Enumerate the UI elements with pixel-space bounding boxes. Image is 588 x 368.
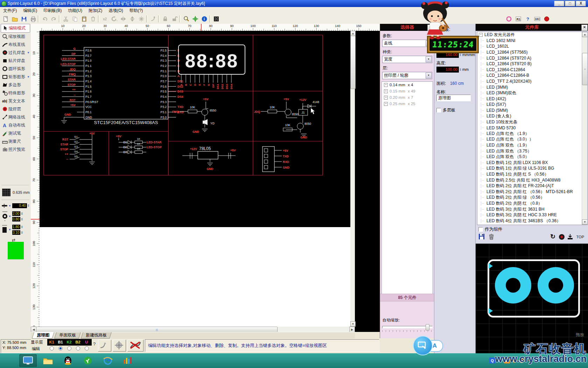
chevron-down-icon[interactable]: ▼	[426, 73, 432, 79]
layer-radio-B2[interactable]	[76, 346, 80, 350]
kind-combo[interactable]: 宽度▼	[382, 56, 432, 63]
canvas-outside-area[interactable]	[40, 227, 350, 327]
mirror-icon[interactable]	[558, 233, 565, 240]
sheet-tab-3[interactable]: 新建线路板	[81, 332, 112, 339]
rotate-button[interactable]	[110, 15, 118, 23]
library-item[interactable]: ┊┈LED 数码 2位 共阳 绿 （0.56）	[477, 195, 587, 201]
redo-button[interactable]	[50, 15, 58, 23]
tool-net[interactable]: 网络连线	[1, 113, 30, 121]
delete-icon[interactable]	[488, 233, 495, 240]
tool-solder-mask[interactable]: 阻焊层	[1, 105, 30, 113]
maximize-button[interactable]: □	[565, 1, 575, 6]
mirror-horizontal-button[interactable]	[119, 15, 127, 23]
expand-icon[interactable]: +	[384, 89, 388, 93]
tool-cursor[interactable]: 编辑模式	[1, 24, 30, 33]
undo-button[interactable]	[41, 15, 49, 23]
tool-probe[interactable]: 测试笔	[1, 129, 30, 137]
library-item[interactable]: ┊┈LCD_1602L	[477, 43, 587, 49]
tool-smd-pad[interactable]: 贴片焊盘	[1, 57, 30, 65]
library-item[interactable]: ┊┈LED 数码 1位 共阳 绿 ULS-3191 BG	[477, 166, 587, 172]
library-item[interactable]: ┊┈LED 点阵 双色 （5.0）	[477, 154, 587, 160]
sheet-tab-2[interactable]: 单面双板	[54, 332, 81, 339]
library-item[interactable]: ┊┈LED 点阵 双色 （3.75）	[477, 148, 587, 154]
print-button[interactable]	[29, 15, 37, 23]
library-item[interactable]: ┊┈LCD_12864-C12864-B	[477, 73, 587, 79]
bend-button[interactable]	[149, 15, 158, 23]
mask-toggle-button[interactable]	[505, 15, 513, 23]
taskbar-item-media[interactable]	[119, 354, 136, 367]
disconnect-button[interactable]	[127, 340, 144, 352]
library-item[interactable]: ┊┈LED 数码 2位 共阳 红 FR-2204-(A)T	[477, 183, 587, 189]
r1-button[interactable]: R1	[514, 15, 523, 23]
library-tree-root[interactable]: −LED 发光元器件	[477, 32, 587, 38]
tool-autoroute[interactable]: A自动布线	[1, 121, 30, 129]
close-button[interactable]: X	[576, 1, 586, 6]
pad-size-setting[interactable]: ▼ 2.00‖ 0.80‖	[1, 211, 23, 222]
tool-photo[interactable]: 照片预览	[1, 145, 30, 154]
paste-button[interactable]	[80, 15, 88, 23]
taskbar-item-qq[interactable]	[59, 354, 77, 367]
pad-inner-value[interactable]: 0.80	[12, 217, 20, 222]
tool-polygon[interactable]: 多边形	[1, 81, 30, 89]
expand-icon[interactable]: +	[384, 83, 388, 87]
status-help[interactable]: ?	[93, 341, 96, 347]
snap-center-button[interactable]	[113, 340, 126, 352]
selector-list-item[interactable]: + 0.20 mm x 7	[382, 94, 433, 101]
library-scrollbar[interactable]: ▲ ≡ ▼	[582, 32, 587, 225]
layer-radio-K2[interactable]	[67, 346, 71, 350]
library-item[interactable]: ┊┈LED 10段发光条	[477, 119, 587, 125]
record-button[interactable]	[542, 15, 551, 23]
rotate-icon[interactable]: ↻	[550, 233, 555, 240]
help-button[interactable]: ?	[524, 15, 532, 23]
cut-button[interactable]	[62, 15, 70, 23]
layer-radio-K1[interactable]	[50, 346, 54, 350]
tool-trace[interactable]: 布线直线	[1, 41, 30, 49]
zoom-button[interactable]	[182, 15, 190, 23]
menu-item[interactable]: 选项(O)	[105, 7, 126, 14]
library-item[interactable]: ┊┈LCD_12864-C12864	[477, 67, 587, 73]
library-item[interactable]: ┊┈LED (5MM)	[477, 108, 587, 114]
lock-open-button[interactable]	[170, 15, 178, 23]
duplicate-button[interactable]: x2	[101, 15, 109, 23]
chevron-down-icon[interactable]: ▼	[426, 56, 432, 62]
smd-width-value[interactable]: 1.80	[12, 225, 20, 229]
expand-icon[interactable]: +	[384, 96, 388, 100]
library-item[interactable]: ┊┈LED 数码 2位 共阳 红 （0.56） MTD-5261-BR	[477, 189, 587, 195]
menu-item[interactable]: 文件(F)	[0, 7, 20, 14]
menu-item[interactable]: 附加(Z)	[85, 7, 105, 14]
selector-list-item[interactable]: + 0.25 mm x 25	[382, 101, 433, 107]
multilayer-checkbox[interactable]	[436, 108, 441, 113]
tool-zoom[interactable]: 缩放视图	[1, 33, 30, 41]
taskbar-item-folder[interactable]	[39, 354, 57, 367]
board-height-value[interactable]: 100.00	[436, 67, 459, 73]
pad-outer-value[interactable]: 2.00	[12, 211, 20, 216]
library-item[interactable]: ┊┈LED 数码 3位 共阴 红 HGC 3.33 HRE	[477, 212, 587, 218]
pcb-canvas[interactable]: STC15F204EA/STC15W408ASP2.6P2.5P2.7P2.4P…	[40, 31, 350, 227]
chevron-down-icon[interactable]: ▼	[27, 75, 30, 79]
board-name-input[interactable]: 原理图	[436, 95, 471, 101]
board-width-value[interactable]: 160.00	[436, 52, 459, 58]
sheet-tab-1[interactable]: 原理图	[32, 332, 54, 339]
library-close-icon[interactable]: ✕	[581, 25, 588, 31]
menu-item[interactable]: 功能(U)	[65, 7, 85, 14]
library-item[interactable]: ┊┈LCD 1602 MINI	[477, 38, 587, 44]
menu-item[interactable]: 编辑(E)	[20, 7, 40, 14]
menu-item[interactable]: 印刷板(B)	[40, 7, 65, 14]
library-item[interactable]: ┊┈LED (3MM)双色	[477, 90, 587, 96]
library-item[interactable]: ┊┈LED 数码 1位 共阳 LDX 1106 BX	[477, 160, 587, 166]
lock-button[interactable]	[161, 15, 169, 23]
selector-list-item[interactable]: + 0.14 mm x 4	[382, 82, 433, 88]
library-item[interactable]: ┊┈LED 点阵 红色 （3.0））	[477, 137, 587, 143]
selector-list-item[interactable]: + 0.15 mm x 49	[382, 88, 433, 94]
tool-text[interactable]: ab|英文文本	[1, 97, 30, 105]
library-item[interactable]: ┊┈LED 数码 2位 共阴 红 （0.8）	[477, 200, 587, 206]
taskbar-item-display[interactable]	[19, 354, 37, 367]
autozoom-slider[interactable]	[382, 326, 433, 328]
open-button[interactable]	[10, 15, 19, 23]
library-item[interactable]: ┊┈LED (4X2)	[477, 96, 587, 102]
mirror-vertical-button[interactable]	[128, 15, 136, 23]
smd-height-value[interactable]: 3.10	[12, 230, 20, 235]
collapse-icon[interactable]: −	[479, 33, 483, 37]
library-item[interactable]: ┊┈LED 点阵 双色 （1.9）	[477, 142, 587, 148]
bend-mode-button[interactable]	[98, 340, 111, 352]
